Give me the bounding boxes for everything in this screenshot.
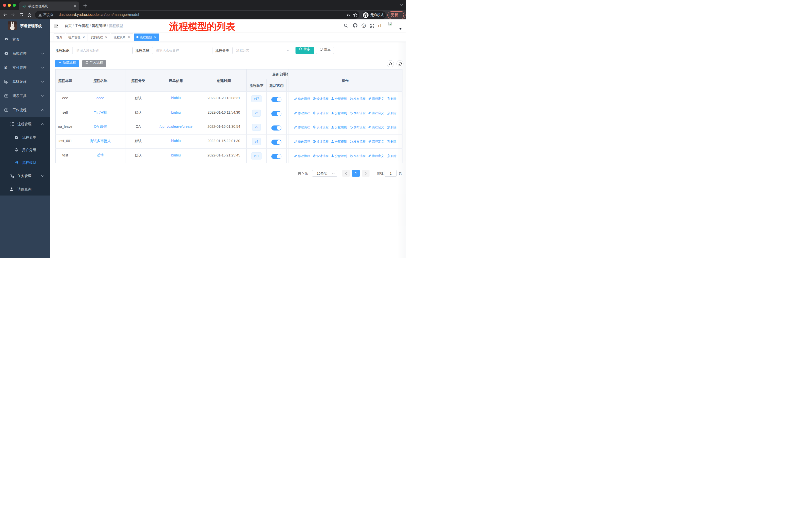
svg-text:?: ? [363,24,365,27]
